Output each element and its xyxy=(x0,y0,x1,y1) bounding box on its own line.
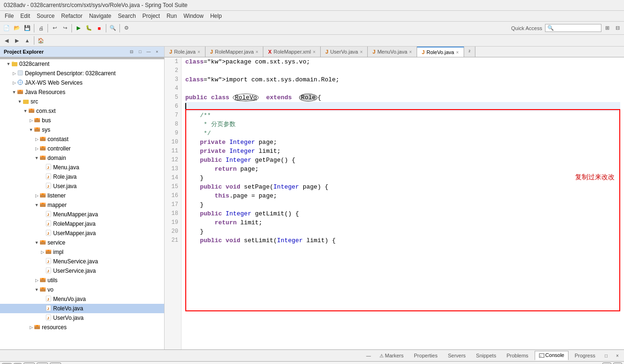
tree-item-UserVo-java[interactable]: JUserVo.java xyxy=(0,313,164,323)
menu-item-source[interactable]: Source xyxy=(34,12,57,20)
tree-item-impl[interactable]: ▷impl xyxy=(0,247,164,257)
bottom-tab-problems[interactable]: Problems xyxy=(502,351,532,360)
tree-item-mapper[interactable]: ▼mapper xyxy=(0,200,164,210)
quick-access-search[interactable]: 🔍 xyxy=(545,24,601,32)
tree-item-bus[interactable]: ▷bus xyxy=(0,116,164,125)
editor-tab-RoleVo-java[interactable]: JRoleVo.java× xyxy=(417,47,464,57)
t2-home-btn[interactable]: 🏠 xyxy=(36,36,46,45)
tree-text: service xyxy=(47,239,65,246)
editor-tab-Role-java[interactable]: JRole.java× xyxy=(165,47,205,57)
tab-close-5[interactable]: × xyxy=(456,50,459,55)
tree-icon: J xyxy=(45,211,52,218)
tree-item-constast[interactable]: ▷constast xyxy=(0,135,164,144)
sidebar-expand-btn[interactable]: □ xyxy=(137,48,143,55)
bottom-tab-progress[interactable]: Progress xyxy=(570,351,600,360)
svg-text:J: J xyxy=(47,166,49,170)
toolbar-debug-btn[interactable]: 🐛 xyxy=(84,24,94,33)
editor-tab-overflow[interactable]: ² xyxy=(464,47,476,57)
tree-item-vo[interactable]: ▼vo xyxy=(0,285,164,294)
tab-icon-1: J xyxy=(210,49,213,55)
tree-item-controller[interactable]: ▷controller xyxy=(0,144,164,153)
t2-up-btn[interactable]: ▲ xyxy=(23,36,32,45)
tree-item-UserService-java[interactable]: JUserService.java xyxy=(0,266,164,276)
tree-item-Role-java[interactable]: JRole.java xyxy=(0,172,164,182)
editor-tab-MenuVo-java[interactable]: JMenuVo.java× xyxy=(368,47,417,57)
tree-item-resources[interactable]: ▷resources xyxy=(0,323,164,332)
toolbar-save-btn[interactable]: 💾 xyxy=(23,24,32,33)
tab-close-0[interactable]: × xyxy=(197,49,200,55)
toolbar-redo-btn[interactable]: ↪ xyxy=(60,24,70,33)
bottom-tab-properties[interactable]: Properties xyxy=(410,351,442,360)
menu-item-refactor[interactable]: Refactor xyxy=(58,12,85,20)
menu-item-help[interactable]: Help xyxy=(207,12,225,20)
tree-item-JAX-WS-Web-Services[interactable]: ▷JAX-WS Web Services xyxy=(0,78,164,87)
menu-item-search[interactable]: Search xyxy=(115,12,139,20)
menu-item-file[interactable]: File xyxy=(2,12,16,20)
tree-item-UserMapper-java[interactable]: JUserMapper.java xyxy=(0,229,164,238)
t2-back-btn[interactable]: ◀ xyxy=(2,36,11,45)
toolbar-undo-btn[interactable]: ↩ xyxy=(50,24,59,33)
tree-item-Deployment-Descriptor--0328carrent[interactable]: ▷Deployment Descriptor: 0328carrent xyxy=(0,69,164,78)
tree-item-sys[interactable]: ▼sys xyxy=(0,125,164,135)
tree-item-listener[interactable]: ▷listener xyxy=(0,191,164,200)
tree-item-Menu-java[interactable]: JMenu.java xyxy=(0,163,164,172)
sidebar-content[interactable]: ▼0328carrent▷Deployment Descriptor: 0328… xyxy=(0,59,164,349)
tab-close-1[interactable]: × xyxy=(256,49,259,55)
tree-item-RoleMapper-java[interactable]: JRoleMapper.java xyxy=(0,219,164,229)
bottom-maximize-btn[interactable]: □ xyxy=(601,351,611,360)
menu-item-window[interactable]: Window xyxy=(181,12,206,20)
tree-text: UserService.java xyxy=(53,268,96,274)
tab-close-2[interactable]: × xyxy=(313,49,316,55)
sidebar-minimize-btn[interactable]: — xyxy=(145,48,152,55)
toolbar-new-btn[interactable]: 📄 xyxy=(2,24,11,33)
code-line-19: return limit; xyxy=(185,218,620,227)
toolbar-run-btn[interactable]: ▶ xyxy=(74,24,83,33)
bottom-tab-markers[interactable]: ⚠ Markers xyxy=(375,351,408,360)
tree-icon xyxy=(23,98,29,105)
tree-item-com-sxt[interactable]: ▼com.sxt xyxy=(0,106,164,116)
toolbar-view-btn[interactable]: ⊟ xyxy=(613,24,622,33)
toolbar-perspective-btn[interactable]: ⊞ xyxy=(602,24,612,33)
toolbar-search-btn[interactable]: 🔍 xyxy=(108,24,118,33)
toolbar-stop-btn[interactable]: ■ xyxy=(95,24,104,33)
editor-tab-RoleMapper-java[interactable]: JRoleMapper.java× xyxy=(205,47,264,57)
tree-arrow: ▼ xyxy=(34,156,39,160)
bottom-minimize-btn[interactable]: — xyxy=(364,351,373,360)
sidebar-maximize-btn[interactable]: × xyxy=(154,48,160,55)
t2-forward-btn[interactable]: ▶ xyxy=(12,36,22,45)
bottom-tab-servers[interactable]: Servers xyxy=(443,351,470,360)
sidebar-header: Project Explorer ⊟ □ — × xyxy=(0,47,164,57)
toolbar-open-btn[interactable]: 📂 xyxy=(12,24,22,33)
toolbar-settings-btn[interactable]: ⚙ xyxy=(122,24,131,33)
code-editor[interactable]: 123456789101112131415161718192021 class=… xyxy=(165,57,624,349)
sidebar-collapse-btn[interactable]: ⊟ xyxy=(128,48,135,55)
tree-item-0328carrent[interactable]: ▼0328carrent xyxy=(0,59,164,69)
tree-item-service[interactable]: ▼service xyxy=(0,238,164,247)
svg-text:J: J xyxy=(47,307,49,311)
menu-item-run[interactable]: Run xyxy=(164,12,180,20)
editor-tab-RoleMapper-xml[interactable]: XRoleMapper.xml× xyxy=(263,47,321,57)
bottom-close-btn[interactable]: × xyxy=(613,351,622,360)
tree-arrow: ▼ xyxy=(11,90,17,95)
tree-item-domain[interactable]: ▼domain xyxy=(0,153,164,163)
bottom-toolbar: 🗑 ■ 🔒 📋 📌 ⊞ ⊟ xyxy=(0,362,624,364)
menu-item-edit[interactable]: Edit xyxy=(17,12,33,20)
svg-text:J: J xyxy=(47,297,49,301)
tree-item-Java-Resources[interactable]: ▼Java Resources xyxy=(0,87,164,97)
tree-item-User-java[interactable]: JUser.java xyxy=(0,182,164,191)
toolbar-print-btn[interactable]: 🖨 xyxy=(36,24,46,33)
bottom-tab-snippets[interactable]: Snippets xyxy=(472,351,500,360)
code-lines-container[interactable]: class="kw">package com.sxt.sys.vo;class=… xyxy=(182,57,624,349)
tab-close-3[interactable]: × xyxy=(360,49,363,55)
bottom-tab-console[interactable]: >Console xyxy=(535,351,569,360)
tree-item-MenuVo-java[interactable]: JMenuVo.java xyxy=(0,294,164,304)
tree-item-src[interactable]: ▼src xyxy=(0,97,164,106)
editor-tab-UserVo-java[interactable]: JUserVo.java× xyxy=(321,47,368,57)
tree-item-MenuService-java[interactable]: JMenuService.java xyxy=(0,257,164,266)
tab-close-4[interactable]: × xyxy=(409,49,412,55)
tree-item-utils[interactable]: ▷utils xyxy=(0,276,164,285)
menu-item-navigate[interactable]: Navigate xyxy=(86,12,114,20)
menu-item-project[interactable]: Project xyxy=(140,12,163,20)
tree-item-RoleVo-java[interactable]: JRoleVo.java xyxy=(0,304,164,313)
tree-item-MenuMapper-java[interactable]: JMenuMapper.java xyxy=(0,210,164,219)
